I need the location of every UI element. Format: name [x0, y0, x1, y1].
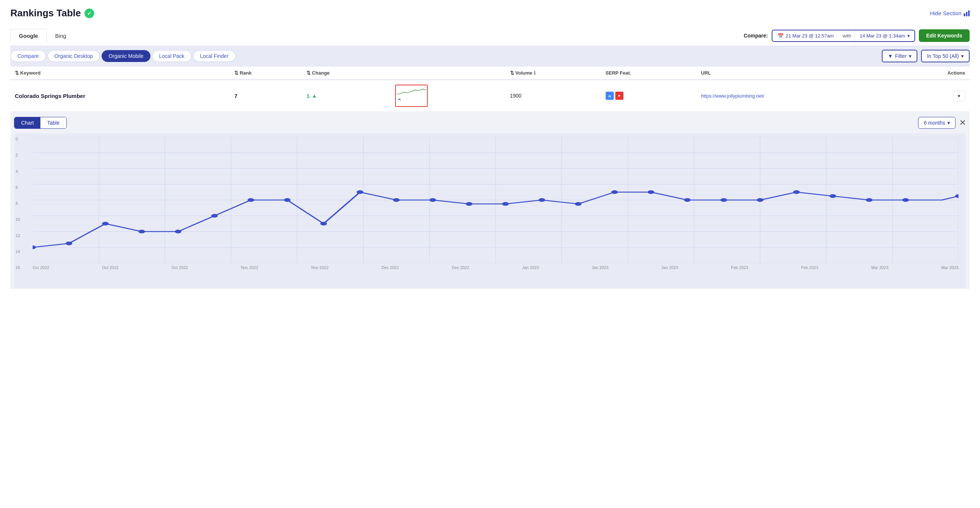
rank-value: 7 — [234, 93, 237, 99]
compare-dates-picker[interactable]: 📅 21 Mar 23 @ 12:57am with 14 Mar 23 @ 1… — [772, 30, 915, 42]
keyword-cell: Colorado Springs Plumber — [10, 80, 230, 112]
svg-point-47 — [721, 198, 727, 202]
svg-point-35 — [284, 198, 291, 202]
sub-nav-right-controls: ▼ Filter ▾ In Top 50 (All) ▾ — [882, 50, 970, 62]
compare-date1: 📅 21 Mar 23 @ 12:57am — [772, 30, 839, 41]
line-chart-svg — [33, 137, 958, 263]
filter-chevron-icon: ▾ — [909, 53, 912, 59]
actions-cell: ▾ — [896, 80, 970, 112]
x-label-jan2: Jan 2023 — [592, 265, 608, 270]
x-label-dec1: Dec 2022 — [382, 265, 399, 270]
top50-chevron-icon: ▾ — [961, 53, 964, 59]
tab-table[interactable]: Table — [40, 117, 66, 128]
col-rank: ⇅ Rank — [230, 66, 302, 80]
tab-local-pack[interactable]: Local Pack — [152, 50, 191, 62]
svg-point-45 — [648, 190, 654, 194]
chart-toolbar: Chart Table 6 months ▾ ✕ — [14, 117, 966, 129]
svg-point-51 — [866, 198, 872, 202]
chart-area: 0 2 4 6 8 10 12 14 16 — [14, 133, 966, 288]
svg-point-31 — [138, 230, 145, 233]
edit-keywords-button[interactable]: Edit Keywords — [919, 29, 970, 42]
hide-section-button[interactable]: Hide Section — [930, 10, 970, 16]
sparkline-container[interactable]: ⌃ — [395, 85, 428, 107]
svg-point-46 — [684, 198, 691, 202]
tab-google[interactable]: Google — [10, 29, 47, 43]
expand-chart-button[interactable]: ⌃ — [396, 97, 402, 105]
months-chevron-icon: ▾ — [947, 120, 950, 126]
change-cell: 1 ▲ — [302, 80, 391, 112]
y-label-6: 6 — [16, 185, 20, 190]
volume-value: 1900 — [510, 93, 522, 99]
search-engine-tabs: Google Bing — [10, 29, 75, 43]
svg-point-42 — [539, 198, 545, 202]
chart-right-controls: 6 months ▾ ✕ — [918, 117, 966, 129]
top50-button[interactable]: In Top 50 (All) ▾ — [921, 50, 970, 62]
actions-dropdown-button[interactable]: ▾ — [953, 91, 965, 101]
tab-compare[interactable]: Compare — [10, 50, 46, 62]
maps-icon: M — [606, 92, 614, 100]
chart-expansion-row: Chart Table 6 months ▾ ✕ — [10, 112, 970, 289]
tab-local-finder[interactable]: Local Finder — [193, 50, 236, 62]
col-change: ⇅ Change — [302, 66, 391, 80]
filter-button[interactable]: ▼ Filter ▾ — [882, 50, 917, 62]
url-cell: https://www.jollyplumbing.net/ — [697, 80, 896, 112]
y-label-14: 14 — [16, 249, 20, 254]
tab-bing[interactable]: Bing — [47, 29, 75, 43]
rank-cell: 7 — [230, 80, 302, 112]
svg-point-48 — [757, 198, 764, 202]
x-label-feb1: Feb 2023 — [731, 265, 748, 270]
y-label-4: 4 — [16, 169, 20, 174]
svg-point-32 — [175, 230, 181, 233]
x-label-mar1: Mar 2023 — [871, 265, 888, 270]
chart-view-tabs: Chart Table — [14, 117, 67, 129]
compare-with-label: with — [839, 30, 855, 41]
tab-organic-desktop[interactable]: Organic Desktop — [48, 50, 100, 62]
sparkline-svg — [396, 86, 426, 97]
up-arrow-icon: ▲ — [312, 93, 317, 99]
calendar-icon: 📅 — [778, 33, 784, 38]
sub-nav-bar: Compare Organic Desktop Organic Mobile L… — [10, 46, 970, 66]
y-label-0: 0 — [16, 137, 20, 141]
col-sparkline — [391, 66, 506, 80]
y-label-2: 2 — [16, 153, 20, 157]
tab-organic-mobile[interactable]: Organic Mobile — [102, 50, 151, 62]
rankings-table: ⇅ Keyword ⇅ Rank ⇅ Change ⇅ Volume ℹ SER… — [10, 66, 970, 289]
sub-nav-tabs: Compare Organic Desktop Organic Mobile L… — [10, 50, 236, 62]
x-label-oct3: Oct 2022 — [172, 265, 188, 270]
page-header: Rankings Table ✓ Hide Section — [10, 7, 970, 19]
months-label: 6 months — [924, 120, 945, 126]
page-title-area: Rankings Table ✓ — [10, 7, 94, 19]
bar-chart-icon — [964, 10, 970, 16]
svg-point-41 — [502, 202, 509, 206]
svg-text:M: M — [608, 94, 611, 98]
tab-chart[interactable]: Chart — [14, 117, 40, 128]
svg-point-30 — [102, 222, 108, 225]
svg-point-38 — [393, 198, 399, 202]
hide-section-label: Hide Section — [930, 10, 961, 16]
x-label-feb2: Feb 2023 — [801, 265, 818, 270]
col-serp: SERP Feat. — [601, 66, 697, 80]
svg-point-40 — [466, 202, 473, 206]
url-link[interactable]: https://www.jollyplumbing.net/ — [701, 93, 764, 99]
svg-point-44 — [611, 190, 618, 194]
keyword-name: Colorado Springs Plumber — [15, 93, 85, 99]
filter-icon: ▼ — [888, 53, 893, 59]
svg-point-33 — [211, 214, 218, 218]
months-selector-button[interactable]: 6 months ▾ — [918, 117, 956, 129]
compare-label: Compare: — [743, 33, 768, 38]
check-icon: ✓ — [84, 8, 94, 18]
svg-point-43 — [575, 202, 582, 206]
volume-cell: 1900 — [506, 80, 601, 112]
x-label-nov2: Nov 2022 — [311, 265, 328, 270]
col-keyword: ⇅ Keyword — [10, 66, 230, 80]
compare-area: Compare: 📅 21 Mar 23 @ 12:57am with 14 M… — [743, 26, 970, 46]
svg-point-49 — [793, 190, 800, 194]
page-title: Rankings Table — [10, 7, 81, 19]
col-volume: ⇅ Volume ℹ — [506, 66, 601, 80]
youtube-icon — [615, 92, 624, 100]
y-label-12: 12 — [16, 233, 20, 238]
svg-point-50 — [829, 194, 836, 198]
svg-point-34 — [248, 198, 254, 202]
compare-date2[interactable]: 14 Mar 23 @ 1:34am ▾ — [855, 30, 914, 41]
close-chart-button[interactable]: ✕ — [959, 118, 966, 128]
